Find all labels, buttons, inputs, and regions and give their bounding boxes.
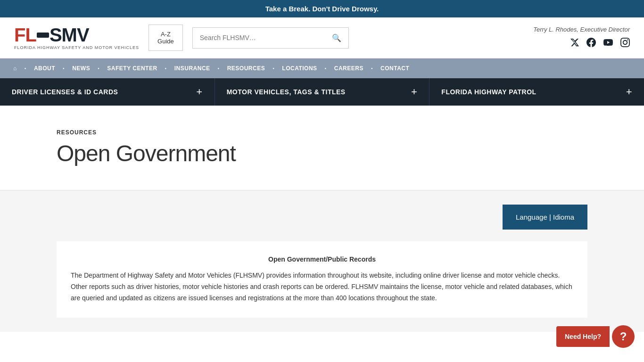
nav-dot: ● <box>59 67 68 70</box>
logo-hsmv: SMV <box>50 25 89 45</box>
nav-dot: ● <box>21 67 30 70</box>
search-container: 🔍 <box>192 27 349 49</box>
search-icon: 🔍 <box>332 34 341 42</box>
youtube-icon[interactable] <box>603 38 613 49</box>
section-nav-motor-vehicles[interactable]: MOTOR VEHICLES, TAGS & TITLES + <box>215 78 430 106</box>
content-section: Open Government/Public Records The Depar… <box>57 241 587 318</box>
banner-text: Take a Break. Don't Drive Drowsy. <box>265 5 379 13</box>
nav-dot: ● <box>269 67 278 70</box>
nav-news[interactable]: NEWS <box>68 65 94 72</box>
facebook-icon[interactable] <box>586 38 596 49</box>
az-guide-line2: Guide <box>157 38 174 45</box>
instagram-icon[interactable] <box>620 38 630 49</box>
search-button[interactable]: 🔍 <box>325 28 348 48</box>
nav-insurance[interactable]: INSURANCE <box>171 65 214 72</box>
social-icons <box>570 38 630 49</box>
nav-dot: ● <box>321 67 330 70</box>
page-title: Open Government <box>57 140 587 166</box>
language-button[interactable]: Language | Idioma <box>503 205 587 230</box>
site-logo[interactable]: FLSMV Florida Highway Safety and Motor V… <box>14 25 139 50</box>
nav-safety[interactable]: SAFETY CENTER <box>103 65 161 72</box>
need-help-button[interactable]: Need Help? <box>556 326 610 332</box>
section-nav-highway-patrol[interactable]: FLORIDA HIGHWAY PATROL + <box>429 78 644 106</box>
nav-dot: ● <box>94 67 103 70</box>
section-nav: DRIVER LICENSES & ID CARDS + MOTOR VEHIC… <box>0 78 644 106</box>
section-nav-driver-licenses[interactable]: DRIVER LICENSES & ID CARDS + <box>0 78 215 106</box>
section-nav-motor-plus: + <box>411 86 417 98</box>
logo-subtitle: Florida Highway Safety and Motor Vehicle… <box>14 45 139 50</box>
nav-contact[interactable]: CONTACT <box>377 65 413 72</box>
need-help-icon[interactable]: ? <box>612 325 635 332</box>
site-header: FLSMV Florida Highway Safety and Motor V… <box>0 17 644 58</box>
section-body: The Department of Highway Safety and Mot… <box>71 270 573 304</box>
top-banner: Take a Break. Don't Drive Drowsy. <box>0 0 644 17</box>
az-guide-line1: A-Z <box>157 31 174 38</box>
section-nav-patrol-plus: + <box>626 86 632 98</box>
logo-fl: FL <box>14 25 36 45</box>
section-nav-motor-label: MOTOR VEHICLES, TAGS & TITLES <box>227 88 346 96</box>
logo-car-icon <box>37 33 49 38</box>
main-nav: ⌂ ● ABOUT ● NEWS ● SAFETY CENTER ● INSUR… <box>0 58 644 78</box>
home-icon[interactable]: ⌂ <box>9 65 21 72</box>
nav-dot: ● <box>367 67 377 70</box>
header-left: FLSMV Florida Highway Safety and Motor V… <box>14 25 349 51</box>
content-header: RESOURCES Open Government <box>0 106 644 190</box>
nav-locations[interactable]: LOCATIONS <box>278 65 321 72</box>
section-title: Open Government/Public Records <box>71 255 573 263</box>
need-help-container: Need Help? ? <box>556 325 635 332</box>
nav-about[interactable]: ABOUT <box>30 65 59 72</box>
nav-careers[interactable]: CAREERS <box>330 65 367 72</box>
nav-dot: ● <box>214 67 223 70</box>
main-content: Language | Idioma Open Government/Public… <box>0 190 644 332</box>
section-nav-driver-plus: + <box>196 86 202 98</box>
resources-label: RESOURCES <box>57 129 587 136</box>
search-input[interactable] <box>193 28 325 47</box>
nav-dot: ● <box>161 67 171 70</box>
exec-director: Terry L. Rhodes, Executive Director <box>533 26 630 33</box>
twitter-icon[interactable] <box>570 38 579 49</box>
az-guide-button[interactable]: A-Z Guide <box>149 25 183 51</box>
header-right: Terry L. Rhodes, Executive Director <box>533 26 630 49</box>
section-nav-patrol-label: FLORIDA HIGHWAY PATROL <box>441 88 536 96</box>
section-nav-driver-label: DRIVER LICENSES & ID CARDS <box>12 88 118 96</box>
nav-resources[interactable]: RESOURCES <box>223 65 269 72</box>
